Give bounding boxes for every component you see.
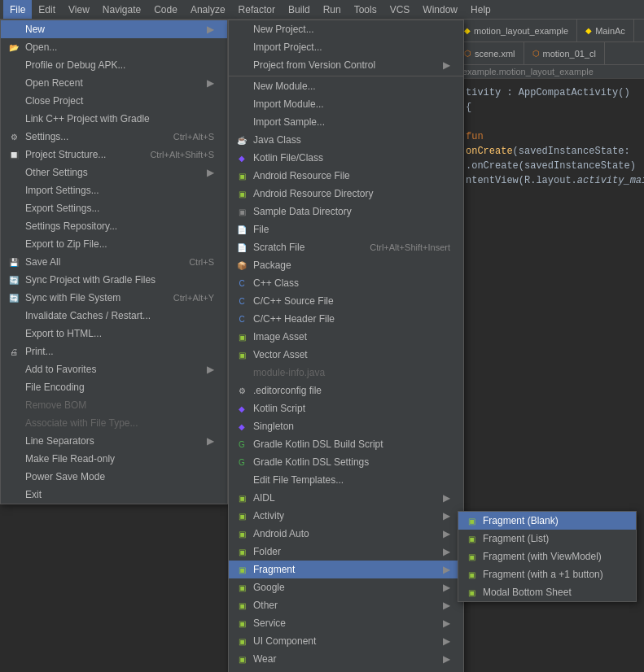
- menu-item-save-all[interactable]: 💾 Save All Ctrl+S: [1, 253, 227, 271]
- new-cpp-header[interactable]: C C/C++ Header File: [229, 310, 463, 328]
- menu-file[interactable]: File: [3, 0, 32, 19]
- menu-item-open[interactable]: 📂 Open...: [1, 38, 227, 56]
- menu-item-line-separators[interactable]: Line Separators ▶: [1, 432, 227, 450]
- new-kotlin-script[interactable]: ◆ Kotlin Script: [229, 399, 463, 417]
- menu-item-export-html[interactable]: Export to HTML...: [1, 325, 227, 343]
- fragment-plus1-icon: ▣: [465, 568, 478, 581]
- new-vector-asset[interactable]: ▣ Vector Asset: [229, 346, 463, 364]
- new-editorconfig[interactable]: ⚙ .editorconfig file: [229, 382, 463, 399]
- fragment-list[interactable]: ▣ Fragment (List): [458, 530, 636, 548]
- menu-item-project-structure[interactable]: 🔲 Project Structure... Ctrl+Alt+Shift+S: [1, 146, 227, 164]
- new-wear[interactable]: ▣ Wear ▶: [229, 650, 463, 668]
- menu-window[interactable]: Window: [416, 0, 464, 19]
- new-java-class[interactable]: ☕ Java Class: [229, 131, 463, 149]
- menu-item-other-settings[interactable]: Other Settings ▶: [1, 164, 227, 181]
- new-other[interactable]: ▣ Other ▶: [229, 596, 463, 614]
- menu-build[interactable]: Build: [282, 0, 317, 19]
- menu-view[interactable]: View: [62, 0, 96, 19]
- new-service[interactable]: ▣ Service ▶: [229, 614, 463, 632]
- menu-edit[interactable]: Edit: [32, 0, 62, 19]
- new-file[interactable]: 📄 File: [229, 220, 463, 238]
- fragment-modal-bottom-sheet[interactable]: ▣ Modal Bottom Sheet: [458, 583, 636, 601]
- menu-item-profile-debug[interactable]: Profile or Debug APK...: [1, 56, 227, 74]
- fragment-submenu-dropdown: ▣ Fragment (Blank) ▣ Fragment (List) ▣ F…: [458, 511, 637, 602]
- new-gradle-kotlin-build[interactable]: G Gradle Kotlin DSL Build Script: [229, 435, 463, 453]
- menu-item-print[interactable]: 🖨 Print...: [1, 343, 227, 360]
- new-fragment[interactable]: ▣ Fragment ▶: [229, 561, 463, 578]
- menu-item-sync-filesystem[interactable]: 🔄 Sync with File System Ctrl+Alt+Y: [1, 289, 227, 307]
- menu-tools[interactable]: Tools: [348, 0, 383, 19]
- import-sample[interactable]: Import Sample...: [229, 113, 463, 131]
- android-resource-dir-icon: ▣: [235, 187, 248, 200]
- menu-code[interactable]: Code: [147, 0, 184, 19]
- new-ui-component[interactable]: ▣ UI Component ▶: [229, 632, 463, 650]
- menu-item-close-project[interactable]: Close Project: [1, 92, 227, 110]
- menu-item-file-encoding[interactable]: File Encoding: [1, 378, 227, 396]
- cpp-header-icon: C: [235, 312, 248, 325]
- new-cpp-source[interactable]: C C/C++ Source File: [229, 292, 463, 310]
- new-package[interactable]: 📦 Package: [229, 256, 463, 274]
- tab-motion-layout-example[interactable]: ◆ motion_layout_example: [456, 20, 577, 41]
- new-singleton[interactable]: ◆ Singleton: [229, 417, 463, 435]
- file-icon: 📄: [235, 223, 248, 236]
- gradle-settings-icon: G: [235, 456, 248, 469]
- new-folder[interactable]: ▣ Folder ▶: [229, 543, 463, 561]
- tab-motion-01[interactable]: ⬡ motion_01_cl: [524, 42, 605, 64]
- new-scratch-file[interactable]: 📄 Scratch File Ctrl+Alt+Shift+Insert: [229, 238, 463, 256]
- menu-item-open-recent[interactable]: Open Recent ▶: [1, 74, 227, 92]
- menu-item-export-zip[interactable]: Export to Zip File...: [1, 235, 227, 253]
- menu-item-settings[interactable]: ⚙ Settings... Ctrl+Alt+S: [1, 128, 227, 146]
- menu-run[interactable]: Run: [317, 0, 348, 19]
- fragment-blank[interactable]: ▣ Fragment (Blank): [458, 512, 636, 530]
- new-cpp-class[interactable]: C C++ Class: [229, 274, 463, 292]
- project-from-vcs[interactable]: Project from Version Control ▶: [229, 56, 463, 74]
- fragment-blank-icon: ▣: [465, 514, 478, 527]
- fragment-viewmodel[interactable]: ▣ Fragment (with ViewModel): [458, 548, 636, 565]
- menu-navigate[interactable]: Navigate: [96, 0, 147, 19]
- sample-data-icon: ▣: [235, 205, 248, 218]
- menu-vcs[interactable]: VCS: [383, 0, 417, 19]
- new-android-resource-dir[interactable]: ▣ Android Resource Directory: [229, 185, 463, 203]
- new-android-resource-file[interactable]: ▣ Android Resource File: [229, 167, 463, 185]
- new-widget[interactable]: ▣ Widget ▶: [229, 668, 463, 672]
- android-resource-icon: ▣: [235, 169, 248, 182]
- image-asset-icon: ▣: [235, 330, 248, 343]
- menu-item-add-favorites[interactable]: Add to Favorites ▶: [1, 360, 227, 378]
- new-module[interactable]: New Module...: [229, 76, 463, 95]
- new-google[interactable]: ▣ Google ▶: [229, 578, 463, 596]
- menu-item-sync-gradle[interactable]: 🔄 Sync Project with Gradle Files: [1, 271, 227, 289]
- fragment-plus1-button[interactable]: ▣ Fragment (with a +1 button): [458, 565, 636, 583]
- menu-item-import-settings[interactable]: Import Settings...: [1, 181, 227, 199]
- new-activity[interactable]: ▣ Activity ▶: [229, 507, 463, 525]
- new-project[interactable]: New Project...: [229, 20, 463, 38]
- menu-item-export-settings[interactable]: Export Settings...: [1, 199, 227, 217]
- profile-icon: [7, 59, 20, 72]
- new-image-asset[interactable]: ▣ Image Asset: [229, 328, 463, 346]
- menu-item-invalidate-caches[interactable]: Invalidate Caches / Restart...: [1, 307, 227, 325]
- google-icon: ▣: [235, 581, 248, 594]
- tab-main-activity[interactable]: ◆ MainAc: [577, 20, 634, 41]
- menu-help[interactable]: Help: [464, 0, 497, 19]
- new-kotlin-file[interactable]: ◆ Kotlin File/Class: [229, 149, 463, 167]
- menu-refactor[interactable]: Refactor: [232, 0, 282, 19]
- android-auto-icon: ▣: [235, 527, 248, 540]
- menu-item-associate-file-type: Associate with File Type...: [1, 414, 227, 432]
- new-android-auto[interactable]: ▣ Android Auto ▶: [229, 525, 463, 543]
- menu-item-new[interactable]: New ▶: [1, 20, 227, 38]
- tab-scene-xml[interactable]: ⬡ scene.xml: [456, 42, 524, 64]
- edit-file-templates[interactable]: Edit File Templates...: [229, 471, 463, 489]
- menu-item-make-readonly[interactable]: Make File Read-only: [1, 450, 227, 468]
- menu-item-link-cpp[interactable]: Link C++ Project with Gradle: [1, 110, 227, 128]
- activity-icon: ▣: [235, 509, 248, 522]
- new-sample-data-dir[interactable]: ▣ Sample Data Directory: [229, 203, 463, 220]
- new-aidl[interactable]: ▣ AIDL ▶: [229, 489, 463, 507]
- menu-item-power-save[interactable]: Power Save Mode: [1, 468, 227, 486]
- import-module[interactable]: Import Module...: [229, 95, 463, 113]
- menu-item-exit[interactable]: Exit: [1, 486, 227, 504]
- menu-item-settings-repo[interactable]: Settings Repository...: [1, 217, 227, 235]
- import-project[interactable]: Import Project...: [229, 38, 463, 56]
- new-gradle-kotlin-settings[interactable]: G Gradle Kotlin DSL Settings: [229, 453, 463, 471]
- menu-analyze[interactable]: Analyze: [184, 0, 232, 19]
- print-icon: 🖨: [7, 345, 20, 358]
- project-structure-icon: 🔲: [7, 148, 20, 161]
